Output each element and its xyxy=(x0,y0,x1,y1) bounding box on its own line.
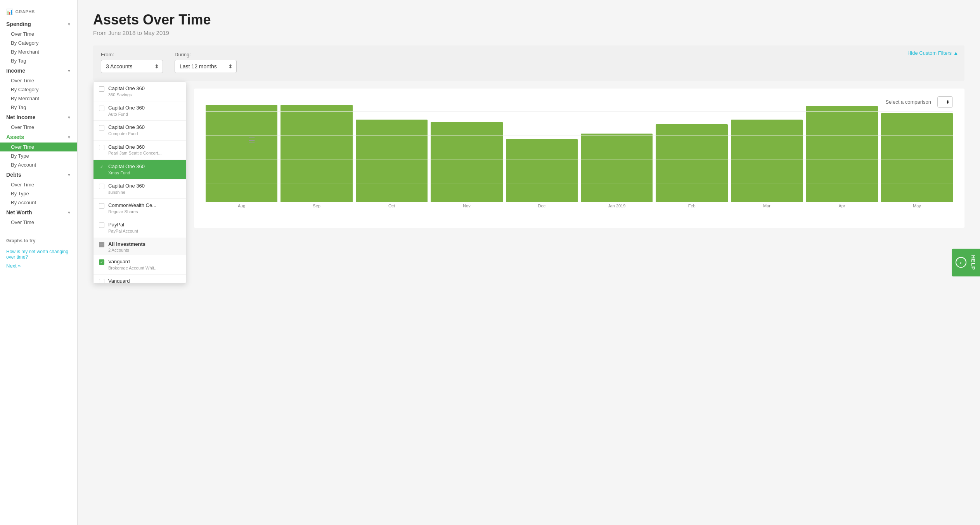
graphs-icon: 📊 xyxy=(6,9,13,15)
dropdown-item-360savings[interactable]: Capital One 360 360 Savings xyxy=(93,82,186,101)
bar-group: Apr xyxy=(806,106,878,208)
page-subtitle: From June 2018 to May 2019 xyxy=(93,30,964,36)
graphs-to-try-link[interactable]: How is my net worth changing over time? xyxy=(0,248,77,261)
chevron-down-icon: ▼ xyxy=(67,115,71,120)
sidebar-item-debts-overtime[interactable]: Over Time xyxy=(0,180,77,189)
dropdown-item-xmasfund[interactable]: Capital One 360 Xmas Fund xyxy=(93,160,186,179)
from-filter-group: From: 3 Accounts ⬍ xyxy=(101,52,163,73)
chevron-down-icon: ▼ xyxy=(67,69,71,73)
sidebar-item-income-overtime[interactable]: Over Time xyxy=(0,76,77,85)
dropdown-item-computerfund[interactable]: Capital One 360 Computer Fund xyxy=(93,121,186,140)
checkbox-commonwealth[interactable] xyxy=(99,203,104,209)
sidebar-section-netincome[interactable]: Net Income ▼ xyxy=(0,112,77,123)
sidebar-item-spending-merchant[interactable]: By Merchant xyxy=(0,47,77,56)
item-main: CommonWealth Ce... xyxy=(108,202,156,209)
during-filter-group: During: Last 12 months ⬍ xyxy=(175,52,237,73)
bar-label: Dec xyxy=(538,203,546,208)
dropdown-item-sunshine[interactable]: Capital One 360 sunshine xyxy=(93,179,186,199)
checkbox-xmasfund[interactable] xyxy=(99,164,104,170)
bar[interactable] xyxy=(356,120,428,202)
checkbox-paypal[interactable] xyxy=(99,223,104,228)
bar[interactable] xyxy=(506,139,578,202)
bar-chart: AugSepOctNovDecJan 2019FebMarAprMay xyxy=(206,111,953,220)
bar-group: Jan 2019 xyxy=(581,134,653,208)
chevron-down-icon: ▼ xyxy=(67,210,71,215)
bar-label: Nov xyxy=(463,203,471,208)
sidebar-item-income-tag[interactable]: By Tag xyxy=(0,103,77,112)
bar-label: May xyxy=(913,203,921,208)
comparison-select-wrapper: ⬍ xyxy=(937,96,953,108)
sidebar: 📊 GRAPHS Spending ▼ Over Time By Categor… xyxy=(0,0,78,525)
sidebar-item-netincome-overtime[interactable]: Over Time xyxy=(0,123,77,132)
sidebar-item-assets-account[interactable]: By Account xyxy=(0,160,77,169)
chevron-down-icon: ▼ xyxy=(67,22,71,26)
bar[interactable] xyxy=(206,105,277,202)
dropdown-item-vanguard-roth[interactable]: Vanguard Roth IRA Farmer Fred Yell... xyxy=(93,275,186,283)
sidebar-item-income-category[interactable]: By Category xyxy=(0,85,77,94)
bar-group: May xyxy=(881,113,953,208)
filter-bar: Hide Custom Filters ▲ From: 3 Accounts ⬍… xyxy=(93,45,964,81)
sidebar-section-debts[interactable]: Debts ▼ xyxy=(0,169,77,180)
sidebar-section-spending[interactable]: Spending ▼ xyxy=(0,19,77,30)
bar[interactable] xyxy=(881,113,953,202)
dropdown-item-autofund[interactable]: Capital One 360 Auto Fund xyxy=(93,101,186,121)
sidebar-item-networth-overtime[interactable]: Over Time xyxy=(0,218,77,227)
item-sub: Xmas Fund xyxy=(108,170,145,176)
item-sub: Computer Fund xyxy=(108,131,145,136)
dropdown-item-commonwealth[interactable]: CommonWealth Ce... Regular Shares xyxy=(93,199,186,218)
item-sub: Regular Shares xyxy=(108,209,156,214)
during-label: During: xyxy=(175,52,237,57)
bar[interactable] xyxy=(280,105,352,202)
during-select-wrapper: Last 12 months ⬍ xyxy=(175,60,237,73)
item-sub: Brokerage Account Whit... xyxy=(108,265,158,271)
from-select[interactable]: 3 Accounts xyxy=(101,60,163,73)
filter-icon: ☰ xyxy=(248,136,255,145)
sidebar-item-debts-type[interactable]: By Type xyxy=(0,189,77,198)
sidebar-item-spending-tag[interactable]: By Tag xyxy=(0,56,77,65)
chart-area: Select a comparison ⬍ AugSepOctNovDecJan… xyxy=(194,89,964,228)
next-link[interactable]: Next » xyxy=(0,261,77,271)
sidebar-item-assets-overtime[interactable]: Over Time xyxy=(0,143,77,151)
graphs-to-try-label: Graphs to try xyxy=(0,233,77,248)
hide-filters-link[interactable]: Hide Custom Filters ▲ xyxy=(907,50,958,56)
chevron-down-icon: ▼ xyxy=(67,135,71,139)
checkbox-pearljam[interactable] xyxy=(99,145,104,150)
checkbox-computerfund[interactable] xyxy=(99,125,104,130)
checkbox-all-investments[interactable] xyxy=(99,242,104,247)
item-main: Vanguard xyxy=(108,259,158,265)
sidebar-item-spending-overtime[interactable]: Over Time xyxy=(0,30,77,38)
help-button[interactable]: HELP › xyxy=(952,249,980,276)
checkbox-vanguard-roth[interactable] xyxy=(99,279,104,283)
section-all-investments[interactable]: All Investments 2 Accounts xyxy=(93,238,186,255)
sidebar-section-income[interactable]: Income ▼ xyxy=(0,65,77,76)
during-select[interactable]: Last 12 months xyxy=(175,60,237,73)
dropdown-item-vanguard-brokerage[interactable]: Vanguard Brokerage Account Whit... xyxy=(93,255,186,275)
sidebar-item-spending-category[interactable]: By Category xyxy=(0,38,77,47)
dropdown-item-pearljam[interactable]: Capital One 360 Pearl Jam Seattle Concer… xyxy=(93,141,186,160)
sidebar-item-income-merchant[interactable]: By Merchant xyxy=(0,94,77,103)
help-label: HELP xyxy=(970,255,976,270)
checkbox-sunshine[interactable] xyxy=(99,184,104,189)
sidebar-section-assets[interactable]: Assets ▼ xyxy=(0,132,77,143)
item-main: Capital One 360 xyxy=(108,144,162,151)
help-circle-icon: › xyxy=(956,257,966,268)
bar-group: Nov xyxy=(431,122,502,208)
from-select-wrapper: 3 Accounts ⬍ xyxy=(101,60,163,73)
sidebar-item-assets-type[interactable]: By Type xyxy=(0,151,77,160)
dropdown-item-paypal[interactable]: PayPal PayPal Account xyxy=(93,218,186,238)
checkbox-360savings[interactable] xyxy=(99,86,104,92)
sidebar-graphs-label: 📊 GRAPHS xyxy=(0,6,77,19)
bar[interactable] xyxy=(656,124,727,202)
comparison-select[interactable] xyxy=(937,96,953,108)
checkbox-vanguard-brokerage[interactable] xyxy=(99,259,104,265)
bar[interactable] xyxy=(431,122,502,202)
bar[interactable] xyxy=(731,120,803,202)
sidebar-item-debts-account[interactable]: By Account xyxy=(0,198,77,207)
checkbox-autofund[interactable] xyxy=(99,106,104,111)
bar-group: Oct xyxy=(356,120,428,208)
chevron-up-icon: ▲ xyxy=(953,50,958,56)
sidebar-section-networth[interactable]: Net Worth ▼ xyxy=(0,207,77,218)
item-sub: Pearl Jam Seattle Concert... xyxy=(108,150,162,156)
bar[interactable] xyxy=(581,134,653,202)
bar[interactable] xyxy=(806,106,878,202)
